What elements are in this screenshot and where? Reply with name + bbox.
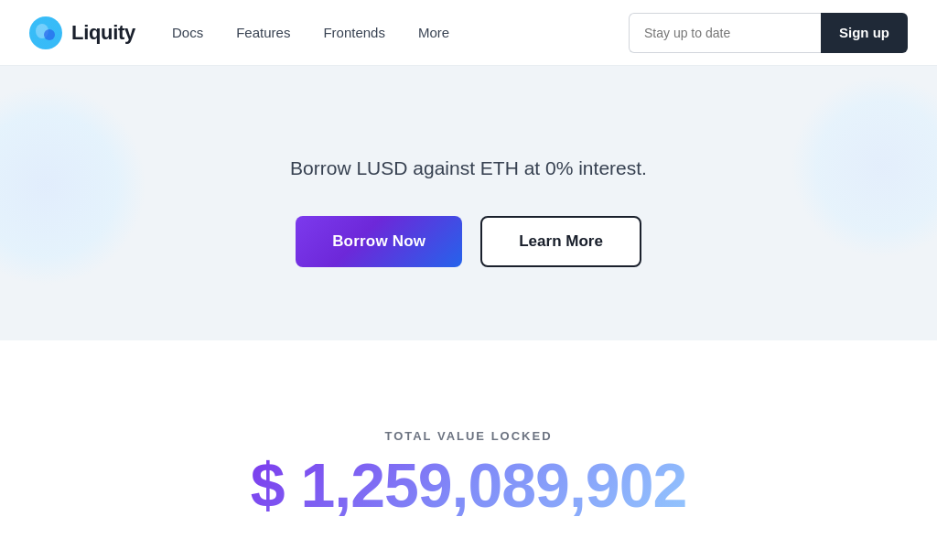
nav-link-more[interactable]: More xyxy=(418,25,449,40)
hero-buttons: Borrow Now Learn More xyxy=(296,216,641,267)
signup-button[interactable]: Sign up xyxy=(821,13,908,53)
logo[interactable]: Liquity xyxy=(29,16,135,49)
nav-link-frontends[interactable]: Frontends xyxy=(323,25,385,40)
svg-point-2 xyxy=(44,29,55,40)
blob-left-decoration xyxy=(0,84,146,285)
blob-right-decoration xyxy=(791,75,937,258)
nav-right: Sign up xyxy=(629,13,908,53)
nav-links: Docs Features Frontends More xyxy=(172,25,629,40)
nav-link-docs[interactable]: Docs xyxy=(172,25,203,40)
borrow-now-button[interactable]: Borrow Now xyxy=(296,216,462,267)
navbar: Liquity Docs Features Frontends More Sig… xyxy=(0,0,937,66)
newsletter-input[interactable] xyxy=(629,13,821,53)
hero-tagline: Borrow LUSD against ETH at 0% interest. xyxy=(290,157,647,179)
liquity-logo-icon xyxy=(29,16,62,49)
logo-text: Liquity xyxy=(71,21,135,45)
tvl-section: TOTAL VALUE LOCKED $ 1,259,089,902 xyxy=(0,340,937,560)
learn-more-button[interactable]: Learn More xyxy=(480,216,641,267)
tvl-label: TOTAL VALUE LOCKED xyxy=(384,429,552,443)
tvl-value: $ 1,259,089,902 xyxy=(251,454,687,516)
hero-section: Borrow LUSD against ETH at 0% interest. … xyxy=(0,66,937,340)
nav-link-features[interactable]: Features xyxy=(236,25,290,40)
main-content: Borrow LUSD against ETH at 0% interest. … xyxy=(0,66,937,560)
